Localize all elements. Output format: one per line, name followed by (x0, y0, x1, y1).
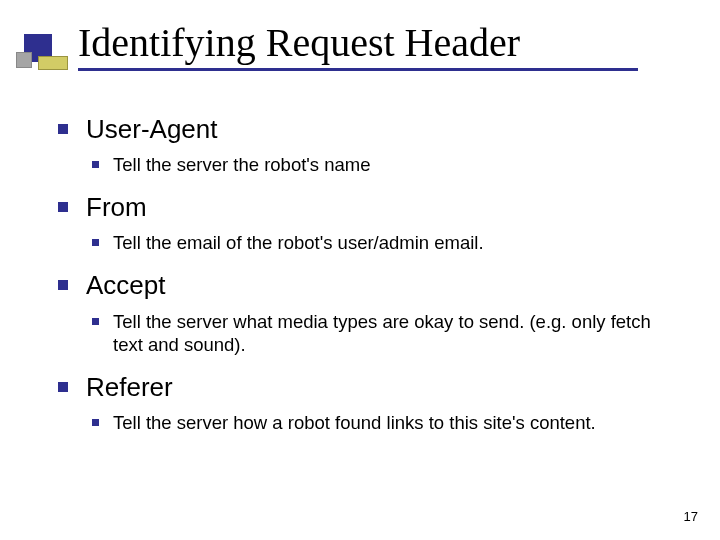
list-item: Referer (58, 370, 680, 405)
bullet-icon (92, 239, 99, 246)
bullet-icon (92, 161, 99, 168)
bullet-icon (58, 124, 68, 134)
page-number: 17 (684, 509, 698, 524)
list-subitem-text: Tell the server how a robot found links … (113, 411, 680, 434)
list-item-label: From (86, 190, 680, 225)
list-item: From (58, 190, 680, 225)
content: User-Agent Tell the server the robot's n… (58, 112, 680, 448)
bullet-icon (58, 202, 68, 212)
list-subitem: Tell the server what media types are oka… (92, 310, 680, 356)
bullet-icon (92, 419, 99, 426)
slide: Identifying Request Header User-Agent Te… (0, 0, 720, 540)
list-item: Accept (58, 268, 680, 303)
slide-title: Identifying Request Header (78, 22, 700, 64)
list-subitem-text: Tell the email of the robot's user/admin… (113, 231, 680, 254)
list-item-label: Referer (86, 370, 680, 405)
ornament-square-icon (38, 56, 68, 70)
bullet-icon (58, 382, 68, 392)
list-item-label: Accept (86, 268, 680, 303)
list-item: User-Agent (58, 112, 680, 147)
bullet-icon (58, 280, 68, 290)
list-subitem-text: Tell the server the robot's name (113, 153, 680, 176)
list-subitem: Tell the server the robot's name (92, 153, 680, 176)
list-subitem-text: Tell the server what media types are oka… (113, 310, 680, 356)
list-item-label: User-Agent (86, 112, 680, 147)
list-subitem: Tell the server how a robot found links … (92, 411, 680, 434)
title-block: Identifying Request Header (78, 22, 700, 71)
list-subitem: Tell the email of the robot's user/admin… (92, 231, 680, 254)
bullet-icon (92, 318, 99, 325)
ornament-square-icon (16, 52, 32, 68)
corner-ornament (16, 34, 68, 78)
title-underline (78, 68, 638, 71)
